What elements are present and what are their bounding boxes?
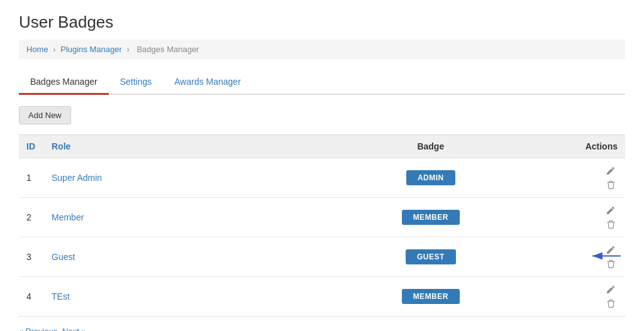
cell-role: Super Admin [44, 158, 287, 198]
cell-badge: ADMIN [287, 158, 575, 198]
col-header-badge: Badge [287, 135, 575, 158]
tabs-container: Badges Manager Settings Awards Manager [19, 70, 625, 95]
breadcrumb-plugins-manager[interactable]: Plugins Manager [60, 45, 122, 54]
badge-button: MEMBER [402, 210, 460, 225]
delete-icon[interactable] [604, 218, 618, 231]
edit-icon[interactable] [604, 283, 618, 296]
breadcrumb-badges-manager: Badges Manager [136, 45, 199, 54]
edit-icon[interactable] [604, 165, 618, 177]
cell-role: Member [44, 198, 287, 237]
cell-role: Guest [44, 237, 287, 277]
table-header-row: ID Role Badge Actions [19, 135, 625, 158]
col-header-role: Role [44, 135, 287, 158]
badges-table: ID Role Badge Actions 1Super AdminADMIN … [19, 134, 625, 317]
col-header-actions: Actions [575, 135, 625, 158]
cell-id: 3 [19, 237, 44, 277]
cell-badge: MEMBER [287, 277, 575, 317]
delete-icon[interactable] [604, 178, 618, 191]
role-link[interactable]: Member [52, 212, 84, 222]
page-title: User Badges [19, 13, 625, 32]
role-link[interactable]: Guest [52, 252, 75, 262]
badge-button: MEMBER [402, 289, 460, 304]
cell-badge: GUEST [287, 237, 575, 277]
table-row: 1Super AdminADMIN [19, 158, 625, 198]
cell-actions [575, 198, 625, 237]
cell-actions [575, 277, 625, 317]
tab-badges-manager[interactable]: Badges Manager [19, 70, 109, 95]
role-link[interactable]: Super Admin [52, 173, 102, 183]
cell-id: 1 [19, 158, 44, 198]
cell-actions [575, 158, 625, 198]
pagination: « Previous Next » [19, 327, 625, 331]
cell-badge: MEMBER [287, 198, 575, 237]
col-header-id: ID [19, 135, 44, 158]
table-row: 3GuestGUEST [19, 237, 625, 277]
table-row: 2MemberMEMBER [19, 198, 625, 237]
edit-icon[interactable] [604, 244, 618, 256]
tab-awards-manager[interactable]: Awards Manager [163, 70, 252, 95]
tab-settings[interactable]: Settings [109, 70, 164, 95]
breadcrumb: Home › Plugins Manager › Badges Manager [19, 40, 625, 59]
cell-actions [575, 237, 625, 277]
role-link[interactable]: TEst [52, 291, 70, 301]
breadcrumb-home[interactable]: Home [26, 45, 48, 54]
delete-icon[interactable] [604, 297, 618, 310]
prev-page-link[interactable]: « Previous [19, 327, 57, 331]
delete-icon[interactable] [604, 258, 618, 270]
cell-id: 2 [19, 198, 44, 237]
table-row: 4TEstMEMBER [19, 277, 625, 317]
edit-icon[interactable] [604, 204, 618, 217]
cell-id: 4 [19, 277, 44, 317]
add-new-button[interactable]: Add New [19, 106, 71, 124]
next-page-link[interactable]: Next » [62, 327, 86, 331]
badge-button: GUEST [406, 249, 456, 264]
cell-role: TEst [44, 277, 287, 317]
badge-button: ADMIN [406, 170, 455, 185]
